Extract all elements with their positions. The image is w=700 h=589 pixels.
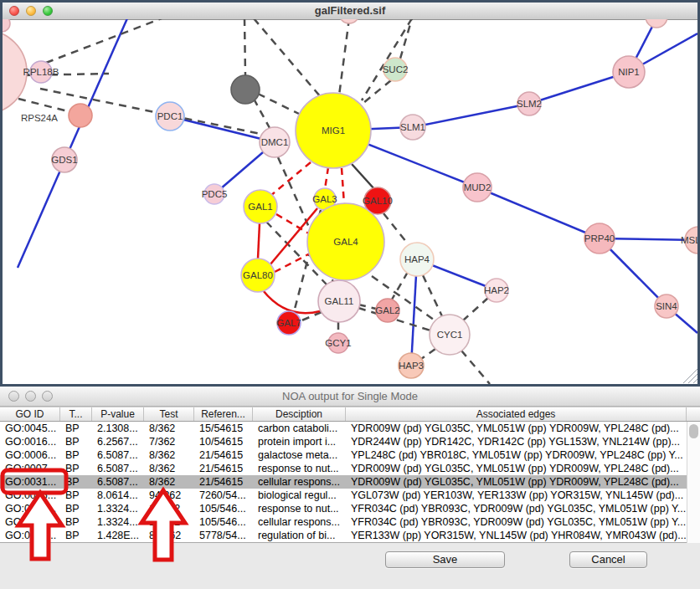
table-cell: 10/54615 [194,435,253,448]
table-cell: cellular respons... [253,515,346,529]
scrollbar-thumb[interactable] [689,424,698,438]
minimize-button-icon[interactable] [26,6,36,16]
table-cell: GO:0006... [0,448,60,462]
table-cell: BP [60,515,92,529]
table-cell: 15/54615 [194,422,253,435]
table-row[interactable]: GO:0031...BP1.3324...11/362105/546...cel… [0,515,700,529]
minimize-button-icon[interactable] [25,391,36,402]
edge [244,19,245,75]
node-label: GCY1 [325,338,351,348]
table-cell: YPL248C (pd) YBR018C, YML051W (pp) YDR00… [346,448,687,462]
node-label: PDC1 [157,111,183,121]
table-cell: BP [60,435,92,448]
edge [65,19,127,159]
edge [352,164,375,190]
table-row[interactable]: GO:0031...BP1.3324...11/362105/546...res… [0,502,700,515]
table-row[interactable]: GO:0006...BP6.5087...8/36221/54615galact… [0,448,700,462]
table-cell: 21/54615 [194,448,253,462]
table-cell: 80/362 [144,529,194,542]
table-cell: 8.0614... [92,489,144,502]
table-header-row: GO IDT...P-valueTestReferen...Desciption… [0,407,700,422]
column-header-spacer [687,407,700,421]
column-header-go-id[interactable]: GO ID [0,407,60,421]
node-unlabeled-top-mid[interactable] [339,19,359,23]
table-row[interactable]: GO:0007...BP6.5087...8/36221/54615respon… [0,462,700,475]
node-RPS24A[interactable] [69,104,92,127]
vertical-scrollbar[interactable] [687,422,700,543]
table-cell: YDR009W (pd) YGL035C, YML051W (pp) YDR00… [346,462,687,475]
edge [413,104,529,127]
edge [325,167,328,189]
table-cell: 1.428E... [92,529,144,542]
zoom-button-icon[interactable] [42,391,53,402]
table-cell: 8/362 [144,462,194,475]
table-cell: 6.5087... [92,462,144,475]
column-header-referen-[interactable]: Referen... [194,407,253,421]
noa-titlebar[interactable]: NOA output for Single Mode [0,387,700,407]
node-unlabeled-corner[interactable] [3,19,10,32]
edge [400,19,412,59]
node-label: GAL1 [248,202,272,212]
table-cell: 2.1308... [92,422,144,435]
column-header-desciption[interactable]: Desciption [253,407,346,421]
table-row[interactable]: GO:0031...BP6.5087...8/36221/54615cellul… [0,475,700,489]
node-label: SUC2 [383,64,409,74]
edge [477,187,600,238]
noa-window: NOA output for Single Mode GO IDT...P-va… [0,387,700,589]
zoom-button-icon[interactable] [43,6,53,16]
save-button[interactable]: Save [385,551,505,568]
table-cell: 6.5087... [92,448,144,462]
table-cell: cellular respons... [253,475,346,489]
column-header-test[interactable]: Test [144,407,194,421]
noa-window-title: NOA output for Single Mode [0,387,700,406]
column-header-p-value[interactable]: P-value [92,407,144,421]
table-cell: YDR244W (pp) YDR142C, YDR142C (pp) YGL15… [346,435,687,448]
table-row[interactable]: GO:0016...BP6.2567...7/36210/54615protei… [0,435,700,448]
table-row[interactable]: GO:0065...BP8.0614...94/3627260/54...bio… [0,489,700,502]
node-unlabeled-top-right[interactable] [646,19,667,28]
node-label: PDC5 [202,189,228,199]
cancel-button[interactable]: Cancel [569,551,647,568]
table-body: GO:0045...BP2.1308...8/36215/54615carbon… [0,422,700,542]
edge [18,159,65,268]
table-cell: YDR009W (pd) YGL035C, YML051W (pp) YDR00… [346,422,687,435]
table-cell: 7260/54... [194,489,253,502]
node-label: HAP2 [484,285,509,295]
table-cell: BP [60,529,92,542]
table-cell: 7/362 [144,435,194,448]
table-cell: 21/54615 [194,462,253,475]
node-unlabeled-gray[interactable] [231,75,260,104]
node-label: GAL10 [363,196,393,206]
node-label: MUD2 [464,182,492,192]
column-header-t-[interactable]: T... [60,407,92,421]
node-label: HAP3 [399,361,424,371]
resize-grip-icon[interactable] [693,378,697,383]
table-cell: 6.5087... [92,475,144,489]
table-cell: BP [60,475,92,489]
network-titlebar[interactable]: galFiltered.sif [3,3,697,20]
table-cell: YFR034C (pd) YBR093C, YDR009W (pd) YGL03… [346,502,687,515]
edge [463,298,488,320]
table-cell: 21/54615 [194,475,253,489]
column-header-associated-edges[interactable]: Associated edges [346,407,687,421]
table-cell: biological regul... [253,489,346,502]
network-canvas[interactable]: RPL18BRPS24AGDS1PDC1PDC5DMC1MIG1SUC2SLM1… [3,19,697,384]
edge [461,351,490,384]
node-label: GDS1 [51,155,77,165]
table-cell: response to nut... [253,502,346,515]
table-row[interactable]: GO:0045...BP2.1308...8/36215/54615carbon… [0,422,700,435]
node-label: PRP40 [584,233,615,243]
table-row[interactable]: GO:0050...BP1.428E...80/3625778/54...reg… [0,529,700,542]
table-cell: BP [60,489,92,502]
network-window-title: galFiltered.sif [3,3,697,19]
node-label: MIG1 [322,125,345,136]
table-cell: 1.3324... [92,515,144,529]
table-cell: 8/362 [144,475,194,489]
table-cell: GO:0007... [0,462,60,475]
resize-grip-icon[interactable] [688,373,697,383]
close-button-icon[interactable] [9,6,19,16]
close-button-icon[interactable] [8,391,19,402]
edge [342,168,344,204]
edge [254,19,326,103]
table-cell: regulation of bi... [253,529,346,542]
